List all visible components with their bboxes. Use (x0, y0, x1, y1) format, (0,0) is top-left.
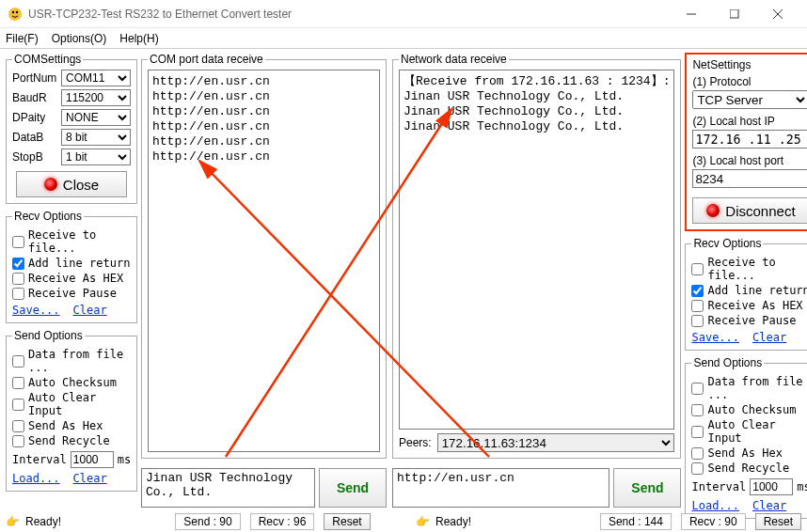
data-from-file-right[interactable] (691, 383, 704, 395)
app-icon (8, 7, 23, 22)
auto-checksum-right[interactable] (691, 404, 704, 416)
recv-options-legend-left: Recv Options (12, 210, 84, 223)
send-recycle-right[interactable] (691, 462, 704, 475)
peers-select[interactable]: 172.16.11.63:1234 (437, 433, 675, 452)
com-data-group: COM port data receive http://en.usr.cn h… (141, 53, 387, 459)
hand-icon: 👉 (6, 515, 20, 528)
com-send-button[interactable]: Send (319, 468, 387, 508)
recv-pause-left[interactable] (12, 288, 24, 300)
net-data-group: Network data receive 【Receive from 172.1… (392, 53, 681, 459)
maximize-button[interactable] (713, 0, 756, 28)
hand-icon: 👉 (416, 515, 430, 528)
send-recycle-left[interactable] (12, 435, 24, 447)
interval-input-left[interactable] (71, 451, 114, 468)
menubar: File(F) Options(O) Help(H) (0, 28, 807, 49)
stopb-select[interactable]: 1 bit (61, 149, 131, 165)
recv-options-legend-right: Recv Options (691, 237, 763, 250)
com-close-button[interactable]: Close (16, 171, 127, 197)
recv-options-group-right: Recv Options Receive to file... Add line… (685, 237, 807, 351)
baud-select[interactable]: 115200 (61, 89, 131, 106)
ready-right: Ready! (435, 515, 471, 528)
datab-label: DataB (12, 131, 57, 144)
svg-point-2 (16, 10, 18, 12)
recv-clear-left[interactable]: Clear (73, 304, 107, 317)
com-data-area[interactable]: http://en.usr.cn http://en.usr.cn http:/… (148, 70, 380, 452)
net-recv-stat: Recv : 90 (681, 513, 746, 530)
ready-left: Ready! (25, 515, 61, 528)
parity-select[interactable]: NONE (61, 109, 131, 126)
recv-options-group-left: Recv Options Receive to file... Add line… (6, 210, 137, 323)
parity-label: DPaity (12, 111, 57, 124)
com-reset-button[interactable]: Reset (324, 513, 370, 530)
localip-input[interactable] (692, 130, 807, 149)
protocol-select[interactable]: TCP Server (692, 90, 807, 109)
com-recv-stat: Recv : 96 (250, 513, 315, 530)
close-button[interactable] (756, 0, 799, 28)
svg-point-0 (8, 8, 22, 21)
net-settings-legend: NetSettings (692, 58, 807, 71)
com-settings-group: COMSettings PortNumCOM11 BaudR115200 DPa… (6, 53, 137, 204)
disconnect-button[interactable]: Disconnect (692, 197, 807, 224)
menu-file[interactable]: File(F) (6, 32, 39, 45)
recv-clear-right[interactable]: Clear (752, 331, 786, 344)
data-from-file-left[interactable] (12, 355, 24, 368)
portnum-label: PortNum (12, 71, 57, 85)
send-options-group-left: Send Options Data from file ... Auto Che… (6, 329, 137, 492)
send-load-left[interactable]: Load... (12, 472, 60, 485)
stopb-label: StopB (12, 150, 57, 164)
send-load-right[interactable]: Load... (691, 499, 739, 512)
titlebar: USR-TCP232-Test RS232 to Ethernet Conver… (0, 0, 807, 28)
recv-to-file-left[interactable] (12, 236, 24, 248)
send-options-group-right: Send Options Data from file ... Auto Che… (685, 356, 807, 519)
send-clear-left[interactable]: Clear (73, 472, 107, 485)
auto-checksum-left[interactable] (12, 377, 24, 389)
status-bar: 👉Ready! Send : 90 Recv : 96 Reset 👉Ready… (0, 511, 807, 532)
com-send-input[interactable] (141, 468, 315, 508)
recv-save-left[interactable]: Save... (12, 304, 60, 317)
net-send-stat: Send : 144 (600, 513, 672, 530)
net-data-area[interactable]: 【Receive from 172.16.11.63 : 1234】: Jina… (399, 70, 674, 430)
portnum-select[interactable]: COM11 (61, 70, 131, 86)
datab-select[interactable]: 8 bit (61, 129, 131, 146)
menu-options[interactable]: Options(O) (52, 32, 107, 45)
svg-point-1 (12, 10, 14, 12)
interval-input-right[interactable] (750, 478, 793, 495)
baud-label: BaudR (12, 91, 57, 104)
net-send-button[interactable]: Send (613, 468, 681, 508)
recv-as-hex-left[interactable] (12, 273, 24, 285)
localport-label: (3) Local host port (692, 154, 807, 167)
recv-pause-right[interactable] (691, 315, 704, 327)
protocol-label: (1) Protocol (692, 75, 807, 88)
auto-clear-input-left[interactable] (12, 399, 24, 411)
com-data-legend: COM port data receive (148, 53, 265, 66)
send-options-legend-right: Send Options (691, 356, 764, 369)
net-data-legend: Network data receive (399, 53, 509, 66)
localport-input[interactable] (692, 169, 807, 188)
send-options-legend-left: Send Options (12, 329, 85, 342)
minimize-button[interactable] (670, 0, 713, 28)
localip-label: (2) Local host IP (692, 115, 807, 128)
send-as-hex-right[interactable] (691, 447, 704, 460)
add-line-return-left[interactable] (12, 258, 24, 270)
com-settings-legend: COMSettings (12, 53, 83, 66)
net-send-input[interactable] (392, 468, 609, 508)
auto-clear-input-right[interactable] (691, 426, 704, 438)
net-reset-button[interactable]: Reset (755, 513, 801, 530)
send-clear-right[interactable]: Clear (752, 499, 786, 512)
menu-help[interactable]: Help(H) (119, 32, 158, 45)
recv-save-right[interactable]: Save... (691, 331, 739, 344)
led-icon (706, 204, 720, 217)
peers-label: Peers: (399, 436, 432, 449)
com-send-stat: Send : 90 (175, 513, 240, 530)
recv-as-hex-right[interactable] (691, 300, 704, 312)
window-title: USR-TCP232-Test RS232 to Ethernet Conver… (28, 8, 670, 21)
svg-rect-4 (730, 9, 738, 18)
net-settings-group: NetSettings (1) Protocol TCP Server (2) … (685, 53, 807, 231)
send-as-hex-left[interactable] (12, 420, 24, 432)
recv-to-file-right[interactable] (691, 263, 704, 275)
led-icon (44, 178, 57, 191)
add-line-return-right[interactable] (691, 285, 704, 297)
